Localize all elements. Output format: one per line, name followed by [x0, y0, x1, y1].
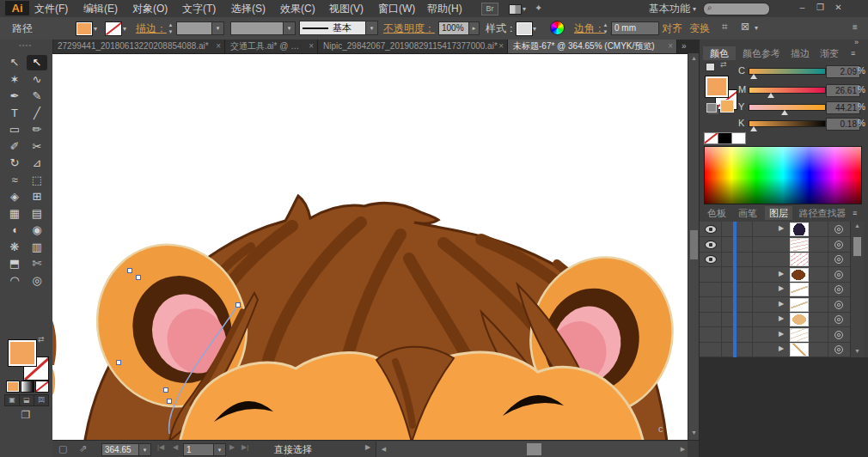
zoom-dropdown-icon[interactable]: ▾ [138, 443, 151, 456]
expand-icon[interactable]: ▶ [779, 284, 784, 292]
style-swatch[interactable] [516, 21, 533, 36]
anchor-point[interactable] [117, 361, 121, 365]
mesh-tool[interactable]: ▦ [4, 206, 25, 222]
tab-pathfinder[interactable]: 路径查找器 [796, 206, 849, 220]
arrange-documents-icon[interactable] [509, 4, 522, 15]
corner-link[interactable]: 边角： [574, 21, 605, 36]
toolbar-grip[interactable]: •••• [19, 41, 32, 49]
transform-options-dropdown-icon[interactable]: ▾ [755, 24, 758, 32]
target-icon[interactable] [834, 345, 843, 354]
yellow-slider[interactable] [749, 104, 826, 111]
artboard-dropdown-icon[interactable]: ▾ [213, 443, 226, 456]
restore-button[interactable]: ❐ [813, 2, 828, 14]
anchor-point[interactable] [168, 399, 172, 404]
menu-select[interactable]: 选择(S) [229, 0, 267, 17]
menu-file[interactable]: 文件(F) [33, 0, 70, 17]
target-icon[interactable] [834, 255, 843, 264]
none-swatch[interactable] [704, 132, 718, 144]
direct-selection-tool[interactable]: ↖ [27, 55, 47, 70]
rectangle-tool[interactable]: ▭ [4, 122, 25, 137]
layer-row[interactable] [700, 252, 863, 267]
cyan-value-field[interactable]: 2.09 [826, 65, 860, 78]
layer-thumbnail[interactable] [790, 238, 809, 252]
target-icon[interactable] [834, 241, 843, 249]
menu-view[interactable]: 视图(V) [327, 0, 365, 17]
prev-artboard-icon[interactable]: ◀ [173, 443, 178, 451]
menu-effect[interactable]: 效果(C) [278, 0, 317, 17]
tab-brushes[interactable]: 画笔 [734, 206, 761, 220]
layer-row[interactable]: ▶ [700, 342, 863, 357]
gradient-tool[interactable]: ▤ [27, 206, 47, 222]
yellow-value-field[interactable]: 44.21 [826, 101, 860, 114]
stroke-weight-field[interactable] [176, 21, 214, 35]
gradient-mode-button[interactable] [21, 381, 34, 393]
paintbrush-tool[interactable]: ✏ [27, 122, 47, 137]
layer-thumbnail[interactable] [790, 283, 809, 296]
magenta-slider[interactable] [749, 87, 826, 94]
document-tab[interactable]: 27299441_20180613220208854088.ai*× [52, 40, 225, 53]
column-graph-tool[interactable]: ▥ [27, 240, 47, 255]
fill-color-swatch[interactable] [76, 21, 93, 36]
target-icon[interactable] [834, 225, 843, 234]
selection-tool[interactable]: ↖ [4, 55, 25, 70]
expand-icon[interactable]: ▶ [779, 270, 784, 277]
width-tool[interactable]: ≈ [4, 173, 25, 188]
pen-tool[interactable]: ✒ [4, 88, 25, 104]
screen-mode-button[interactable]: ❐ [17, 409, 34, 422]
document-tab-active[interactable]: 未标题-67* @ 364.65% (CMYK/预览)× [508, 40, 677, 53]
tab-swatches[interactable]: 色板 [703, 206, 730, 220]
document-tab[interactable]: 交通工具.ai* @ …× [225, 40, 318, 53]
zoom-tool[interactable]: ◎ [27, 273, 47, 289]
artboard-field[interactable]: 1 [183, 443, 217, 456]
scroll-up-icon[interactable]: ▲ [852, 222, 863, 228]
search-input[interactable] [718, 3, 768, 15]
layer-row[interactable]: ▶ [700, 222, 863, 237]
edge-artwork-sliver[interactable] [52, 369, 55, 394]
status-widget-icon[interactable]: ▢ [58, 443, 67, 454]
eyedropper-tool[interactable]: ◖ [4, 222, 25, 238]
expand-icon[interactable]: ▶ [779, 224, 784, 232]
scale-tool[interactable]: ⊿ [27, 155, 47, 171]
tab-close-icon[interactable]: × [216, 40, 221, 53]
edge-artwork-sliver[interactable] [52, 320, 56, 365]
horizontal-scrollbar[interactable]: ◀ ▶ [376, 442, 688, 457]
layer-row[interactable]: ▶ [700, 312, 863, 327]
layer-row[interactable]: ▶ [700, 267, 863, 283]
status-expand-icon[interactable]: ▶ [365, 443, 370, 451]
expand-icon[interactable]: ▶ [779, 314, 784, 322]
brush-definition-dropdown[interactable]: 基本 [299, 21, 371, 35]
horizontal-scroll-thumb[interactable] [527, 443, 541, 455]
first-artboard-icon[interactable]: |◀ [157, 443, 164, 451]
minimize-button[interactable]: – [795, 2, 810, 14]
target-icon[interactable] [834, 331, 843, 339]
anchor-point[interactable] [128, 269, 132, 273]
layer-thumbnail[interactable] [790, 343, 809, 356]
panel-fill-swatch[interactable] [705, 76, 729, 98]
layer-row[interactable]: ▶ [700, 282, 863, 297]
next-artboard-icon[interactable]: ▶ [229, 443, 235, 451]
tab-close-icon[interactable]: × [498, 40, 504, 53]
menu-type[interactable]: 文字(T) [180, 0, 217, 17]
vertical-scrollbar[interactable]: ▲ ▼ [688, 53, 700, 440]
artboard-tool[interactable]: ⬒ [4, 256, 25, 271]
touch-workspace-icon[interactable]: ✦ [535, 3, 542, 14]
export-icon[interactable]: ⇗ [79, 443, 87, 454]
type-tool[interactable]: T [4, 106, 25, 121]
target-icon[interactable] [834, 301, 843, 309]
draw-inside-button[interactable]: 回 [34, 394, 49, 406]
tab-stroke[interactable]: 描边 [787, 46, 813, 60]
hand-tool[interactable]: ◠ [4, 273, 25, 289]
layer-row[interactable]: ▶ [700, 297, 863, 313]
document-tab[interactable]: Nipic_29842067_20190829115417377000.ai*× [318, 40, 508, 53]
align-link[interactable]: 对齐 [662, 21, 682, 36]
tab-close-icon[interactable]: × [309, 40, 314, 53]
curvature-tool[interactable]: ✎ [27, 88, 47, 104]
scroll-down-icon[interactable]: ▼ [852, 348, 863, 354]
scissors-tool[interactable]: ✂ [27, 139, 47, 155]
mini-swatch-pair-icon[interactable] [706, 63, 715, 71]
draw-normal-button[interactable]: ▣ [4, 394, 20, 406]
width-profile-dropdown-icon[interactable]: ▾ [283, 21, 296, 35]
swap-fill-stroke-icon[interactable]: ⇄ [38, 335, 45, 344]
anchor-point[interactable] [164, 388, 168, 393]
free-transform-tool[interactable]: ⬚ [27, 173, 47, 188]
